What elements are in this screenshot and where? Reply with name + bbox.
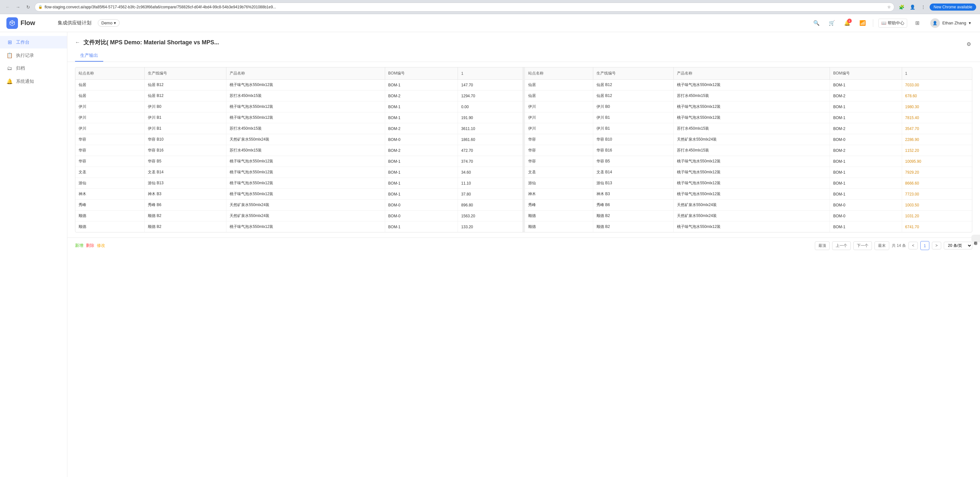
cell-site: 顺德 <box>525 211 593 222</box>
sidebar-item-execution[interactable]: 📋 执行记录 <box>0 49 67 62</box>
page-header: ← 文件对比( MPS Demo: Material Shortage vs M… <box>67 32 980 62</box>
prev-page-arrow[interactable]: < <box>908 242 918 249</box>
cell-site: 仙居 <box>75 80 145 91</box>
cell-site: 顺德 <box>525 222 593 232</box>
new-chrome-button[interactable]: New Chrome available <box>930 3 976 11</box>
cell-site: 华容 <box>525 156 593 167</box>
cell-bom: BOM-0 <box>830 211 902 222</box>
tab-production-output[interactable]: 生产输出 <box>75 50 103 62</box>
back-button[interactable]: ← <box>75 40 80 45</box>
cell-site: 文圣 <box>525 167 593 178</box>
cell-val: 1563.20 <box>458 211 522 222</box>
cell-line: 华容 B16 <box>145 145 226 156</box>
reload-button[interactable]: ↻ <box>24 3 32 11</box>
cell-product: 天然矿泉水550mlx24装 <box>226 211 385 222</box>
cell-product: 桃子味气泡水550mlx12装 <box>674 156 830 167</box>
right-table: 站点名称 生产线编号 产品名称 BOM编号 1 仙居 仙居 B12 桃子味气泡水… <box>525 67 972 232</box>
cell-line: 文圣 B14 <box>593 167 673 178</box>
table-container: 站点名称 生产线编号 产品名称 BOM编号 1 仙居 仙居 B12 桃子味气泡水… <box>67 62 980 238</box>
per-page-select[interactable]: 20 条/页 50 条/页 100 条/页 <box>944 242 972 249</box>
tab-production-output-label: 生产输出 <box>80 53 98 58</box>
cell-product: 桃子味气泡水550mlx12装 <box>674 178 830 189</box>
cell-bom: BOM-1 <box>385 189 458 199</box>
cell-val: 472.70 <box>458 145 522 156</box>
next-page-button[interactable]: 下一个 <box>853 241 872 250</box>
sidebar-item-archive[interactable]: 🗂 归档 <box>0 62 67 75</box>
cell-product: 桃子味气泡水550mlx12装 <box>226 178 385 189</box>
page-title: 文件对比( MPS Demo: Material Shortage vs MPS… <box>83 38 219 46</box>
logo-area: Flow <box>6 18 51 29</box>
page-header-left: ← 文件对比( MPS Demo: Material Shortage vs M… <box>75 38 219 62</box>
cell-bom: BOM-1 <box>830 101 902 112</box>
cell-val: 191.90 <box>458 112 522 123</box>
cell-line: 伊川 B0 <box>593 101 673 112</box>
browser-actions: 🧩 👤 ⋮ New Chrome available <box>897 3 976 11</box>
cell-site: 神木 <box>75 189 145 199</box>
cell-bom: BOM-1 <box>830 189 902 199</box>
left-col-line: 生产线编号 <box>145 67 226 80</box>
cart-button[interactable]: 🛒 <box>827 18 837 28</box>
cell-product: 桃子味气泡水550mlx12装 <box>674 167 830 178</box>
notification-button[interactable]: 🔔 1 <box>842 18 853 28</box>
table-row: 游仙 游仙 B13 桃子味气泡水550mlx12装 BOM-1 8666.60 <box>525 178 972 189</box>
cell-line: 伊川 B1 <box>145 112 226 123</box>
more-icon[interactable]: ⋮ <box>919 3 928 11</box>
edit-button[interactable]: 修改 <box>97 242 105 249</box>
profile-icon[interactable]: 👤 <box>908 3 917 11</box>
cell-line: 顺德 B2 <box>145 222 226 232</box>
cell-site: 伊川 <box>525 101 593 112</box>
cell-product: 天然矿泉水550mlx24装 <box>674 211 830 222</box>
cell-product: 天然矿泉水550mlx24装 <box>674 134 830 145</box>
grid-button[interactable]: ⊞ <box>912 18 923 28</box>
cell-product: 苏打水450mlx15装 <box>674 91 830 101</box>
username: Ethan Zhang <box>942 21 966 26</box>
user-menu[interactable]: 👤 Ethan Zhang ▾ <box>928 17 974 29</box>
demo-badge[interactable]: Demo ▾ <box>98 19 119 27</box>
top-nav: Flow 集成供应链计划 Demo ▾ 🔍 🛒 🔔 1 📶 📖 帮助中心 ⊞ 👤 <box>0 14 980 32</box>
cell-product: 苏打水450mlx15装 <box>226 145 385 156</box>
url-text: flow-staging.convect.ai/app/3fa85f64-571… <box>45 5 885 9</box>
cell-bom: BOM-2 <box>385 123 458 134</box>
cell-val: 2286.90 <box>902 134 972 145</box>
settings-button[interactable]: ⚙ <box>965 40 972 48</box>
wifi-button[interactable]: 📶 <box>858 18 868 28</box>
delete-button[interactable]: 删除 <box>86 242 94 249</box>
right-col-val: 1 <box>902 67 972 80</box>
first-page-button[interactable]: 最顶 <box>815 241 830 250</box>
address-bar[interactable]: 🔒 flow-staging.convect.ai/app/3fa85f64-5… <box>35 3 894 11</box>
add-button[interactable]: 新增 <box>75 242 83 249</box>
cell-bom: BOM-1 <box>830 178 902 189</box>
cell-site: 游仙 <box>75 178 145 189</box>
cell-val: 7033.00 <box>902 80 972 91</box>
sidebar-item-notification[interactable]: 🔔 系统通知 <box>0 75 67 88</box>
cell-val: 7723.00 <box>902 189 972 199</box>
help-center-button[interactable]: 📖 帮助中心 <box>878 19 907 28</box>
demo-label: Demo <box>101 21 113 26</box>
sidebar-item-workspace[interactable]: ⊞ 工作台 <box>0 36 67 48</box>
cell-bom: BOM-2 <box>385 145 458 156</box>
cell-val: 1152.20 <box>902 145 972 156</box>
book-icon: 📖 <box>881 21 886 26</box>
next-page-arrow[interactable]: > <box>932 242 941 249</box>
forward-button[interactable]: → <box>14 3 22 11</box>
cell-bom: BOM-1 <box>385 167 458 178</box>
cell-bom: BOM-1 <box>830 80 902 91</box>
current-page: 1 <box>920 241 929 250</box>
left-col-val: 1 <box>458 67 522 80</box>
table-row: 华容 华容 B5 桃子味气泡水550mlx12装 BOM-1 10095.90 <box>525 156 972 167</box>
last-page-button[interactable]: 最末 <box>875 241 889 250</box>
app-container: Flow 集成供应链计划 Demo ▾ 🔍 🛒 🔔 1 📶 📖 帮助中心 ⊞ 👤 <box>0 14 980 477</box>
cell-site: 文圣 <box>75 167 145 178</box>
extensions-icon[interactable]: 🧩 <box>897 3 906 11</box>
star-icon[interactable]: ☆ <box>887 5 891 9</box>
cell-bom: BOM-2 <box>830 145 902 156</box>
table-row: 顺德 顺德 B2 天然矿泉水550mlx24装 BOM-0 1031.20 <box>525 211 972 222</box>
right-help-panel[interactable]: 帮助中心 <box>971 235 980 242</box>
back-button[interactable]: ← <box>4 3 11 11</box>
prev-page-button[interactable]: 上一个 <box>832 241 851 250</box>
cell-product: 桃子味气泡水550mlx12装 <box>226 112 385 123</box>
cell-line: 神木 B3 <box>145 189 226 199</box>
cell-line: 仙居 B12 <box>145 80 226 91</box>
execution-icon: 📋 <box>6 52 13 58</box>
search-button[interactable]: 🔍 <box>811 18 822 28</box>
